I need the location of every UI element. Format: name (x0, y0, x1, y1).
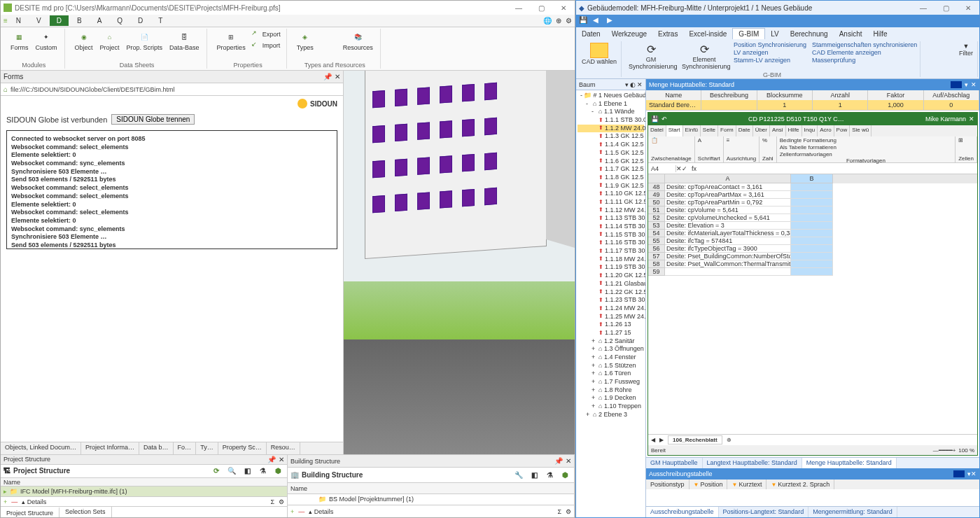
tree-item[interactable]: +⌂ 1.5 Stützen (578, 362, 644, 370)
gm-sync-button[interactable]: ⟳GM Synchronisierung (627, 41, 675, 71)
isolate-icon[interactable]: ◧ (528, 469, 540, 482)
tree-item[interactable]: +⌂ 1.4 Fenster (578, 354, 644, 362)
ifc-model-row[interactable]: ▸📁 IFC Model [MFH-Freiburg-mitte.ifc] (1… (1, 486, 287, 496)
tree-item[interactable]: +⌂ 1.10 Treppen (578, 402, 644, 411)
remove-icon[interactable]: — (11, 498, 18, 505)
forms-button[interactable]: ▦Forms (8, 29, 31, 52)
bottom-tab[interactable]: Property Sc… (218, 442, 267, 454)
sub-tab[interactable]: Menge Haupttabelle: Standard (802, 458, 897, 468)
sheet-tab[interactable]: 106_Rechenblatt (668, 435, 722, 444)
back-icon[interactable]: ◀ (593, 16, 603, 26)
close-button[interactable]: ✕ (555, 4, 572, 12)
tree-item[interactable]: +⌂ 1.2 Sanitär (578, 337, 644, 346)
wrench-icon[interactable]: 🔧 (512, 469, 525, 482)
tree-item[interactable]: +⌂ 1.3 Öffnungen (578, 345, 644, 354)
excel-tab-Einfü[interactable]: Einfü (683, 125, 701, 136)
close-icon[interactable]: ✕ (971, 81, 976, 88)
cad-button[interactable]: CAD wählen (580, 41, 618, 66)
menge-name[interactable]: Standard Bere… (646, 100, 701, 110)
excel-tab-Pow[interactable]: Pow (834, 125, 850, 136)
tree-item[interactable]: ⬆1.1.20 GK 12.5 (578, 272, 644, 280)
excel-tab-Ansi[interactable]: Ansi (770, 125, 786, 136)
excel-tab-Start[interactable]: Start (666, 125, 683, 136)
cell-reference[interactable]: A4 (648, 165, 676, 172)
sub-tab[interactable]: Langtext Haupttabelle: Standard (703, 458, 802, 468)
pin-icon[interactable]: 📌 (267, 456, 276, 463)
save-icon[interactable]: 💾 (651, 115, 659, 122)
bs-model-row[interactable]: 📁 BS Model [Projektnummer] (1) (288, 494, 574, 504)
tree-item[interactable]: ⬆1.1.4 GK 12.5 (578, 141, 644, 149)
minimize-button[interactable]: — (915, 4, 932, 12)
tree-view[interactable]: -📁 # 1 Neues Gebäude-⌂ 1 Ebene 1-⌂ 1.1 W… (576, 90, 645, 517)
menge-col[interactable]: Anzahl (813, 90, 868, 100)
bottom-tab[interactable]: Fo… (174, 442, 197, 454)
aussch-col[interactable]: ▼Kurztext (727, 479, 766, 489)
menu-Extras[interactable]: Extras (652, 29, 683, 39)
project-button[interactable]: ⌂Project (97, 29, 122, 52)
close-icon[interactable]: ✕ (971, 470, 976, 477)
app-menu-icon[interactable]: ≡ (4, 17, 8, 24)
bottom-tab[interactable]: Objects, Linked Docum… (1, 442, 81, 454)
tree-item[interactable]: ⬆1.1.18 MW 24.0… (578, 255, 644, 264)
tree-item[interactable]: ⬆1.1.2 MW 24.0… (578, 125, 644, 133)
close-icon[interactable]: ✕ (637, 81, 643, 88)
tree-item[interactable]: ⬆1.1.21 Glasbau… (578, 280, 644, 288)
tree-item[interactable]: ⬆1.1.16 STB 30.0… (578, 239, 644, 247)
tab-n[interactable]: N (9, 15, 28, 26)
object-button[interactable]: ◉Object (72, 29, 96, 52)
scripts-button[interactable]: 📄Prop. Scripts (124, 29, 166, 52)
tab-d-active[interactable]: D (50, 15, 69, 26)
globe-icon[interactable]: 🌐 (543, 17, 552, 24)
tree-item[interactable]: ⬆1.1.23 STB 30.0… (578, 296, 644, 304)
maximize-button[interactable]: ▢ (533, 4, 550, 12)
types-button[interactable]: ◈Types (294, 29, 316, 52)
fx-label[interactable]: fx (687, 165, 701, 172)
menu-LV[interactable]: LV (765, 29, 785, 39)
tree-item[interactable]: ⬆1.1.10 GK 12.5 (578, 190, 644, 198)
excel-grid[interactable]: A B 48Desite: cpTopAreaContact = 3,16149… (648, 174, 977, 434)
filter-button[interactable]: ▼Filter (958, 41, 974, 58)
sub-tab[interactable]: Positions-Langtext: Standard (719, 507, 809, 517)
tree-item[interactable]: ⬆1.1.6 GK 12.5 (578, 158, 644, 166)
tab-selection-sets[interactable]: Selection Sets (59, 507, 112, 517)
maximize-button[interactable]: ▢ (937, 4, 954, 12)
tree-item[interactable]: ⬆1.1.11 GK 12.5 (578, 198, 644, 206)
tab-a[interactable]: A (90, 15, 109, 26)
isolate-icon[interactable]: ◧ (241, 465, 253, 477)
excel-tab-Hilfe[interactable]: Hilfe (786, 125, 802, 136)
ausschreibung-body[interactable] (646, 489, 979, 506)
ribbon-link[interactable]: CAD Elemente anzeigen (812, 49, 917, 56)
tree-item[interactable]: ⬆1.1.25 MW 24.0… (578, 313, 644, 321)
tree-item[interactable]: ⬆1.1.13 STB 30.0… (578, 214, 644, 223)
tree-item[interactable]: +⌂ 1.7 Fussweg (578, 378, 644, 386)
tree-item[interactable]: ⬆1.1.22 GK 12.5 (578, 288, 644, 297)
tab-d2[interactable]: D (131, 15, 150, 26)
cube-icon[interactable]: ⬢ (272, 465, 284, 477)
add-icon[interactable]: + (290, 508, 294, 515)
menu-Daten[interactable]: Daten (576, 29, 606, 39)
bottom-tab[interactable]: Ty… (196, 442, 218, 454)
close-panel-icon[interactable]: ✕ (335, 73, 340, 80)
excel-tab-Date[interactable]: Date (736, 125, 753, 136)
tree-item[interactable]: ⬆1.1.5 GK 12.5 (578, 149, 644, 158)
menu-G-BIM[interactable]: G-BIM (732, 28, 765, 39)
menge-col[interactable]: Blocksumme (757, 90, 813, 100)
ribbon-link[interactable]: LV anzeigen (734, 49, 806, 56)
excel-tab-Datei[interactable]: Datei (648, 125, 666, 136)
ribbon-link[interactable]: Massenprüfung (812, 57, 917, 64)
tree-item[interactable]: +⌂ 1.6 Türen (578, 370, 644, 378)
tree-item[interactable]: ⬆1.1.24 MW 24.0… (578, 304, 644, 313)
export-button[interactable]: ↗Export (250, 29, 282, 40)
add-icon[interactable]: + (4, 498, 7, 505)
settings-icon[interactable]: ⚙ (566, 17, 572, 24)
tree-item[interactable]: ⬆1.1.1 STB 30.0 -… (578, 116, 644, 125)
disconnect-button[interactable]: SIDOUN Globe trennen (111, 114, 195, 125)
remove-icon[interactable]: — (298, 508, 304, 515)
tab-v[interactable]: V (29, 15, 48, 26)
forward-icon[interactable]: ▶ (607, 16, 617, 26)
cube-icon[interactable]: ⬢ (559, 469, 571, 482)
menge-col[interactable]: Auf/Abschlag (924, 90, 979, 100)
ribbon-link[interactable]: Stammeigenschaften synchronisieren (812, 41, 917, 48)
menu-Berechnung[interactable]: Berechnung (785, 29, 834, 39)
save-icon[interactable]: 💾 (579, 16, 589, 26)
